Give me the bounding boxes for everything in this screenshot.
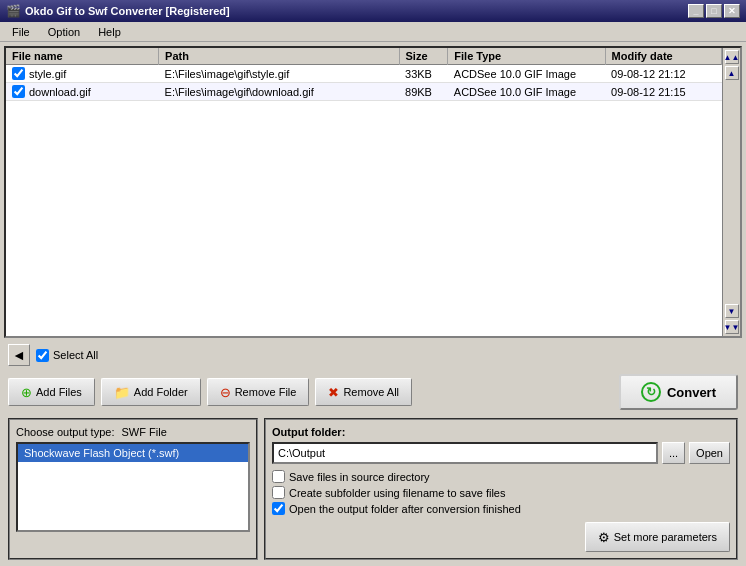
minimize-button[interactable]: _ [688,4,704,18]
app-title: Okdo Gif to Swf Converter [Registered] [25,5,230,17]
option-subfolder-checkbox[interactable] [272,486,285,499]
col-size: Size [399,48,448,65]
params-area: ⚙ Set more parameters [272,518,730,552]
row-checkbox-1[interactable] [12,85,25,98]
option-subfolder-row: Create subfolder using filename to save … [272,486,730,499]
folder-row: ... Open [272,442,730,464]
menu-file[interactable]: File [4,24,38,40]
toolbar-row: ◄ Select All [4,342,742,368]
main-container: File name Path Size File Type Modify dat… [0,42,746,566]
option-open-after-checkbox[interactable] [272,502,285,515]
col-filetype: File Type [448,48,605,65]
right-options: Save files in source directory Create su… [272,470,730,552]
scroll-bottom-button[interactable]: ▼▼ [725,320,739,334]
option-source-dir-checkbox[interactable] [272,470,285,483]
row-path-1: E:\Files\image\gif\download.gif [159,83,399,101]
add-folder-button[interactable]: 📁 Add Folder [101,378,201,406]
output-folder-input[interactable] [272,442,658,464]
row-filetype-1: ACDSee 10.0 GIF Image [448,83,605,101]
row-filename-0: style.gif [29,68,66,80]
table-row: download.gifE:\Files\image\gif\download.… [6,83,722,101]
scroll-panel: ▲▲ ▲ ▼ ▼▼ [722,48,740,336]
output-type-panel: Choose output type: SWF File Shockwave F… [8,418,258,560]
open-folder-button[interactable]: Open [689,442,730,464]
convert-icon: ↻ [641,382,661,402]
scroll-up-button[interactable]: ▲ [725,66,739,80]
scroll-top-button[interactable]: ▲▲ [725,50,739,64]
add-folder-icon: 📁 [114,385,130,400]
title-bar-buttons: _ □ ✕ [688,4,740,18]
file-list-panel: File name Path Size File Type Modify dat… [4,46,742,338]
menu-bar: File Option Help [0,22,746,42]
app-icon: 🎬 [6,4,21,18]
close-button[interactable]: ✕ [724,4,740,18]
back-button[interactable]: ◄ [8,344,30,366]
row-modified-0: 09-08-12 21:12 [605,65,721,83]
select-all-area: Select All [36,349,98,362]
remove-all-button[interactable]: ✖ Remove All [315,378,412,406]
remove-file-button[interactable]: ⊖ Remove File [207,378,310,406]
menu-help[interactable]: Help [90,24,129,40]
remove-all-icon: ✖ [328,385,339,400]
action-buttons-row: ⊕ Add Files 📁 Add Folder ⊖ Remove File ✖… [4,372,742,412]
remove-file-icon: ⊖ [220,385,231,400]
output-folder-label: Output folder: [272,426,730,438]
scroll-down-button[interactable]: ▼ [725,304,739,318]
add-files-button[interactable]: ⊕ Add Files [8,378,95,406]
set-params-button[interactable]: ⚙ Set more parameters [585,522,730,552]
menu-option[interactable]: Option [40,24,88,40]
row-modified-1: 09-08-12 21:15 [605,83,721,101]
output-type-header: Choose output type: SWF File [16,426,250,438]
file-table-body: style.gifE:\Files\image\gif\style.gif33K… [6,65,722,101]
table-row: style.gifE:\Files\image\gif\style.gif33K… [6,65,722,83]
row-size-0: 33KB [399,65,448,83]
output-type-swf[interactable]: Shockwave Flash Object (*.swf) [18,444,248,462]
output-type-list[interactable]: Shockwave Flash Object (*.swf) [16,442,250,532]
col-path: Path [159,48,399,65]
col-filename: File name [6,48,159,65]
option-open-after-label: Open the output folder after conversion … [289,503,521,515]
option-subfolder-label: Create subfolder using filename to save … [289,487,505,499]
restore-button[interactable]: □ [706,4,722,18]
title-bar: 🎬 Okdo Gif to Swf Converter [Registered]… [0,0,746,22]
select-all-label[interactable]: Select All [53,349,98,361]
row-filetype-0: ACDSee 10.0 GIF Image [448,65,605,83]
file-table: File name Path Size File Type Modify dat… [6,48,722,101]
file-table-container[interactable]: File name Path Size File Type Modify dat… [6,48,722,336]
row-size-1: 89KB [399,83,448,101]
convert-button[interactable]: ↻ Convert [619,374,738,410]
row-path-0: E:\Files\image\gif\style.gif [159,65,399,83]
option-source-dir-row: Save files in source directory [272,470,730,483]
option-open-after-row: Open the output folder after conversion … [272,502,730,515]
col-modified: Modify date [605,48,721,65]
bottom-section: Choose output type: SWF File Shockwave F… [4,416,742,562]
gear-icon: ⚙ [598,530,610,545]
select-all-checkbox[interactable] [36,349,49,362]
checkboxes-area: Save files in source directory Create su… [272,470,730,518]
table-header-row: File name Path Size File Type Modify dat… [6,48,722,65]
add-files-icon: ⊕ [21,385,32,400]
row-checkbox-0[interactable] [12,67,25,80]
title-bar-title: 🎬 Okdo Gif to Swf Converter [Registered] [6,4,230,18]
browse-button[interactable]: ... [662,442,685,464]
row-filename-1: download.gif [29,86,91,98]
option-source-dir-label: Save files in source directory [289,471,430,483]
output-folder-panel: Output folder: ... Open Save files in so… [264,418,738,560]
